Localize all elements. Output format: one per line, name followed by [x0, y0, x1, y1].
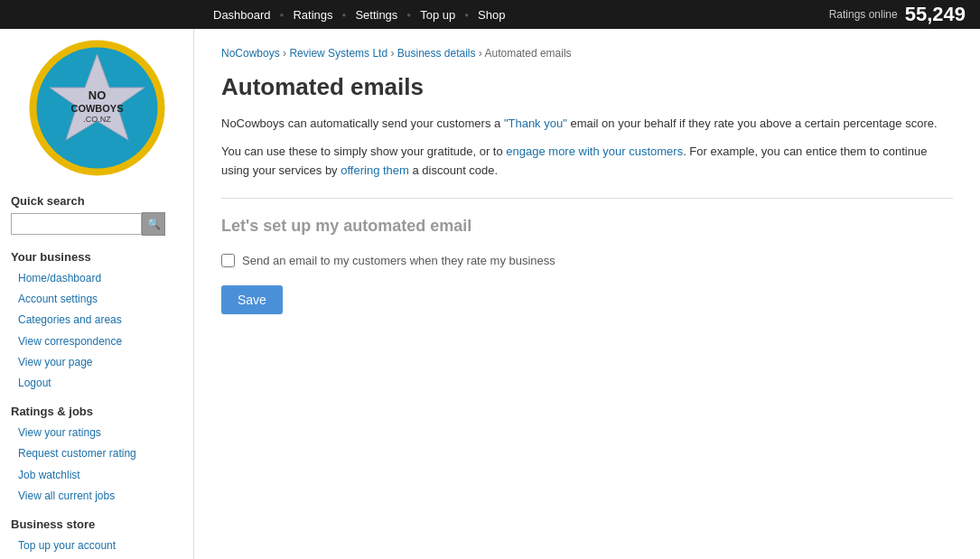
page-title: Automated emails — [221, 73, 953, 101]
nav-links: Dashboard ● Ratings ● Settings ● Top up … — [204, 8, 829, 22]
thankyou-highlight: "Thank you" — [504, 116, 567, 130]
sidebar-item-topup-account[interactable]: Top up your account — [11, 536, 182, 556]
breadcrumb-business-details[interactable]: Business details — [397, 47, 476, 60]
breadcrumb-review-systems[interactable]: Review Systems Ltd — [289, 47, 387, 60]
sidebar-item-request-rating[interactable]: Request customer rating — [11, 443, 182, 464]
sidebar: NO COWBOYS .CO.NZ Quick search 🔍 Your bu… — [0, 29, 194, 559]
nav-ratings[interactable]: Ratings — [284, 8, 341, 22]
breadcrumb-sep-2: › — [390, 47, 397, 60]
svg-text:.CO.NZ: .CO.NZ — [83, 115, 111, 124]
your-business-heading: Your business — [11, 250, 182, 264]
sidebar-item-categories[interactable]: Categories and areas — [11, 310, 182, 331]
quick-search-section: Quick search 🔍 — [0, 187, 193, 243]
save-button[interactable]: Save — [221, 285, 283, 314]
business-store-heading: Business store — [11, 517, 182, 531]
quick-search-label: Quick search — [11, 194, 182, 208]
breadcrumb-current: Automated emails — [485, 47, 572, 60]
sidebar-item-job-watchlist[interactable]: Job watchlist — [11, 465, 182, 486]
breadcrumb: NoCowboys › Review Systems Ltd › Busines… — [221, 47, 953, 60]
sidebar-item-logout[interactable]: Logout — [11, 373, 182, 394]
top-navigation: Dashboard ● Ratings ● Settings ● Top up … — [0, 0, 980, 29]
ratings-jobs-section: Ratings & jobs View your ratings Request… — [0, 397, 193, 510]
breadcrumb-nocowboys[interactable]: NoCowboys — [221, 47, 280, 60]
sidebar-item-account-settings[interactable]: Account settings — [11, 289, 182, 310]
logo-svg: NO COWBOYS .CO.NZ — [27, 38, 167, 178]
nav-settings[interactable]: Settings — [346, 8, 406, 22]
engage-highlight: engage more with your customers — [506, 144, 683, 158]
send-email-label: Send an email to my customers when they … — [242, 254, 555, 267]
sidebar-item-home-dashboard[interactable]: Home/dashboard — [11, 268, 182, 289]
nav-dashboard[interactable]: Dashboard — [204, 8, 280, 22]
sidebar-logo: NO COWBOYS .CO.NZ — [0, 29, 193, 187]
svg-text:COWBOYS: COWBOYS — [70, 103, 123, 114]
ratings-jobs-heading: Ratings & jobs — [11, 405, 182, 418]
breadcrumb-sep-3: › — [479, 47, 485, 60]
your-business-section: Your business Home/dashboard Account set… — [0, 243, 193, 397]
search-row: 🔍 — [11, 212, 182, 236]
ratings-online-section: Ratings online 55,249 — [829, 3, 966, 26]
ratings-count: 55,249 — [905, 3, 966, 26]
send-email-checkbox[interactable] — [221, 254, 235, 267]
section-divider — [221, 198, 953, 199]
sidebar-item-current-jobs[interactable]: View all current jobs — [11, 486, 182, 507]
search-button[interactable]: 🔍 — [142, 212, 165, 236]
send-email-checkbox-row: Send an email to my customers when they … — [221, 254, 953, 267]
nav-topup[interactable]: Top up — [411, 8, 464, 22]
ratings-online-label: Ratings online — [829, 8, 898, 21]
description-2: You can use these to simply show your gr… — [221, 143, 953, 181]
svg-text:NO: NO — [88, 89, 106, 102]
sidebar-item-view-ratings[interactable]: View your ratings — [11, 423, 182, 443]
sidebar-item-your-page[interactable]: View your page — [11, 352, 182, 373]
business-store-section: Business store Top up your account Buy/d… — [0, 510, 193, 559]
nav-shop[interactable]: Shop — [469, 8, 514, 22]
page-wrapper: NO COWBOYS .CO.NZ Quick search 🔍 Your bu… — [0, 29, 980, 559]
search-input[interactable] — [11, 213, 142, 235]
main-content: NoCowboys › Review Systems Ltd › Busines… — [194, 29, 980, 559]
section-subtitle: Let's set up my automated email — [221, 217, 953, 236]
offering-highlight: offering them — [341, 163, 409, 177]
sidebar-item-correspondence[interactable]: View correspondence — [11, 331, 182, 352]
description-1: NoCowboys can automatically send your cu… — [221, 115, 953, 134]
